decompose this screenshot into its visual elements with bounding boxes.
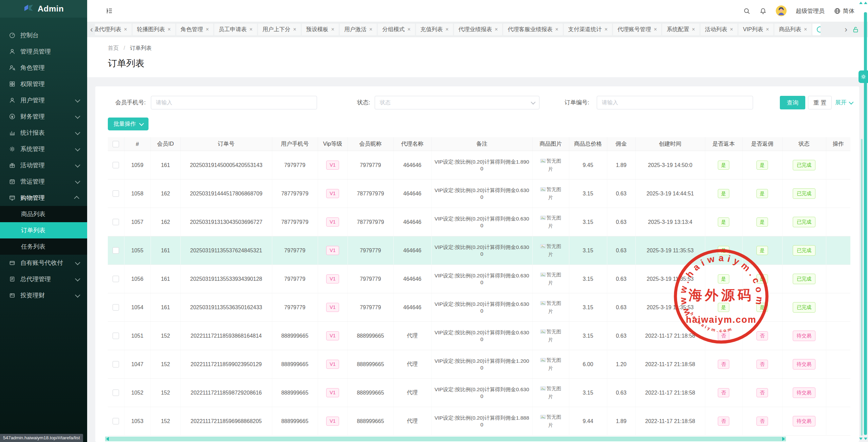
sidebar-item-活动管理[interactable]: 活动管理 (0, 157, 87, 173)
row-checkbox[interactable] (113, 276, 119, 282)
tabs-scroll-right-icon[interactable]: › (843, 24, 849, 35)
close-icon[interactable]: × (446, 26, 449, 33)
bulk-actions-button[interactable]: 批量操作 (108, 118, 149, 130)
sidebar-item-自有账号代收付[interactable]: 自有账号代收付 (0, 255, 87, 271)
row-checkbox[interactable] (113, 190, 119, 197)
tab-活动列表[interactable]: 活动列表× (701, 24, 737, 35)
row-checkbox[interactable] (113, 247, 119, 254)
expand-filters-link[interactable]: 展开 (835, 96, 852, 109)
sidebar-item-总代理管理[interactable]: 总代理管理 (0, 271, 87, 287)
sidebar-item-控制台[interactable]: 控制台 (0, 27, 87, 43)
status-filter-select[interactable]: 状态 (375, 96, 539, 109)
row-checkbox[interactable] (113, 219, 119, 225)
close-icon[interactable]: × (369, 26, 372, 33)
sidebar-item-统计报表[interactable]: 统计报表 (0, 125, 87, 141)
sidebar-item-角色管理[interactable]: 角色管理 (0, 60, 87, 76)
tab-员工申请表[interactable]: 员工申请表× (214, 24, 257, 35)
sidebar-subitem-订单列表[interactable]: 订单列表 (0, 222, 87, 238)
tab-代理客服业绩报表[interactable]: 代理客服业绩报表× (503, 24, 563, 35)
close-icon[interactable]: × (167, 26, 171, 33)
close-icon[interactable]: × (730, 26, 733, 33)
close-icon[interactable]: × (293, 26, 296, 33)
row-checkbox[interactable] (113, 418, 119, 424)
sidebar-item-权限管理[interactable]: 权限管理 (0, 76, 87, 92)
user-avatar[interactable] (776, 5, 787, 16)
tab-分组模式[interactable]: 分组模式× (378, 24, 415, 35)
sidebar-item-营运管理[interactable]: 营运管理 (0, 173, 87, 190)
close-icon[interactable]: × (766, 26, 769, 33)
row-checkbox[interactable] (113, 304, 119, 311)
tab-代理业绩报表[interactable]: 代理业绩报表× (454, 24, 502, 35)
tab-预设模板[interactable]: 预设模板× (302, 24, 339, 35)
tab-代理账号管理[interactable]: 代理账号管理× (613, 24, 661, 35)
current-user-name[interactable]: 超级管理员 (796, 7, 825, 15)
cell-actions[interactable] (826, 350, 850, 379)
bell-icon[interactable] (760, 7, 767, 15)
table-vertical-scrollbar[interactable] (861, 139, 863, 436)
cell-actions[interactable] (826, 379, 850, 407)
tab-商品列表[interactable]: 商品列表× (774, 24, 811, 35)
order-filter-input[interactable] (597, 96, 753, 109)
sidebar-subitem-任务列表[interactable]: 任务列表 (0, 238, 87, 255)
scroll-right-icon[interactable] (782, 437, 785, 441)
row-checkbox[interactable] (113, 333, 119, 339)
select-all-checkbox[interactable] (113, 141, 119, 147)
close-icon[interactable]: × (605, 26, 608, 33)
cell-actions[interactable] (826, 180, 850, 208)
close-icon[interactable]: × (555, 26, 558, 33)
sidebar-item-系统管理[interactable]: 系统管理 (0, 141, 87, 157)
scroll-up-icons[interactable] (859, 2, 867, 4)
settings-gear-button[interactable] (859, 70, 868, 83)
reset-button[interactable]: 重 置 (808, 96, 832, 109)
search-icon[interactable] (743, 7, 750, 15)
tab-级代理列表[interactable]: 级代理列表× (95, 24, 132, 35)
cell-actions[interactable] (826, 293, 850, 322)
close-icon[interactable]: × (495, 26, 498, 33)
sidebar-item-投资理财[interactable]: 投资理财 (0, 287, 87, 303)
lock-icon[interactable] (852, 26, 859, 33)
sidebar-collapse-icon[interactable] (106, 7, 113, 15)
phone-filter-input[interactable] (151, 96, 317, 109)
cell-actions[interactable] (826, 151, 850, 180)
tab-轮播图列表[interactable]: 轮播图列表× (133, 24, 175, 35)
close-icon[interactable]: × (124, 26, 127, 33)
close-icon[interactable]: × (206, 26, 209, 33)
close-icon[interactable]: × (804, 26, 807, 33)
search-button[interactable]: 查询 (780, 96, 805, 109)
cell-actions[interactable] (826, 265, 850, 293)
cell-actions[interactable] (826, 208, 850, 236)
product-image-placeholder: 暂无图片 (538, 157, 564, 173)
close-icon[interactable]: × (331, 26, 334, 33)
tab-系统配置[interactable]: 系统配置× (662, 24, 699, 35)
sidebar-item-财务管理[interactable]: 财务管理 (0, 108, 87, 125)
row-checkbox[interactable] (113, 390, 119, 396)
close-icon[interactable]: × (654, 26, 657, 33)
horizontal-scrollbar[interactable] (105, 437, 786, 441)
row-checkbox[interactable] (113, 361, 119, 367)
close-icon[interactable]: × (407, 26, 410, 33)
sidebar-item-购物管理[interactable]: 购物管理 (0, 190, 87, 206)
scroll-left-icon[interactable] (106, 437, 109, 441)
tab-用户上下分[interactable]: 用户上下分× (258, 24, 301, 35)
language-switcher[interactable]: 简体 (834, 7, 854, 15)
scroll-down-icons[interactable] (859, 438, 867, 440)
tab-角色管理[interactable]: 角色管理× (176, 24, 213, 35)
tabs-scroll-left-icon[interactable]: ‹ (88, 24, 95, 35)
cell-actions[interactable] (826, 322, 850, 350)
tab-支付渠道统计[interactable]: 支付渠道统计× (564, 24, 612, 35)
sidebar-item-用户管理[interactable]: 用户管理 (0, 92, 87, 108)
row-checkbox[interactable] (113, 162, 119, 168)
sidebar-item-管理员管理[interactable]: 管理员管理 (0, 43, 87, 60)
tab-VIP列表[interactable]: VIP列表× (738, 24, 773, 35)
close-icon[interactable]: × (692, 26, 695, 33)
cell-actions[interactable] (826, 407, 850, 436)
tab-充值列表[interactable]: 充值列表× (416, 24, 453, 35)
tab-用户激活[interactable]: 用户激活× (340, 24, 377, 35)
close-icon[interactable]: × (250, 26, 253, 33)
cell-actions[interactable] (826, 236, 850, 265)
cell-return-commission: 否 (742, 379, 782, 407)
tab-订单列表[interactable]: 订单列表× (812, 24, 821, 35)
sidebar-subitem-商品列表[interactable]: 商品列表 (0, 206, 87, 222)
breadcrumb-home[interactable]: 首页 (108, 45, 119, 51)
app-logo[interactable]: Admin (0, 0, 87, 18)
